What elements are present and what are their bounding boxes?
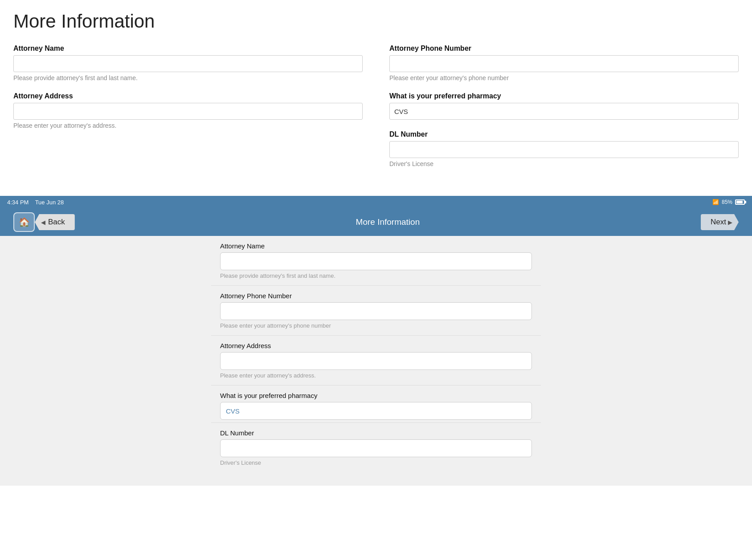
battery-fill <box>736 201 743 203</box>
mobile-attorney-phone-group: Attorney Phone Number Please enter your … <box>211 286 541 336</box>
nav-title: More Information <box>75 217 701 227</box>
mobile-section: 4:34 PM Tue Jun 28 📶 85% 🏠 Back More Inf… <box>0 196 752 486</box>
mobile-dl-number-hint: Driver's License <box>220 459 532 470</box>
next-button[interactable]: Next <box>701 214 739 230</box>
wifi-icon: 📶 <box>712 199 719 205</box>
dl-number-input[interactable] <box>389 141 739 158</box>
dl-number-label: DL Number <box>389 130 739 138</box>
next-label: Next <box>711 218 726 227</box>
mobile-preferred-pharmacy-label: What is your preferred pharmacy <box>220 392 532 399</box>
mobile-attorney-name-label: Attorney Name <box>220 242 532 250</box>
mobile-dl-number-input[interactable] <box>220 439 532 457</box>
battery-icon <box>735 199 745 205</box>
desktop-left-col: Attorney Name Please provide attorney's … <box>13 45 363 178</box>
preferred-pharmacy-group: What is your preferred pharmacy <box>389 92 739 120</box>
back-button[interactable]: Back <box>35 214 75 230</box>
attorney-phone-group: Attorney Phone Number Please enter your … <box>389 45 739 81</box>
status-time-date: 4:34 PM Tue Jun 28 <box>7 199 64 206</box>
mobile-attorney-address-hint: Please enter your attorney's address. <box>220 372 532 382</box>
attorney-name-group: Attorney Name Please provide attorney's … <box>13 45 363 81</box>
mobile-attorney-address-label: Attorney Address <box>220 342 532 349</box>
status-bar: 4:34 PM Tue Jun 28 📶 85% <box>0 196 752 208</box>
mobile-attorney-address-input[interactable] <box>220 352 532 370</box>
desktop-form-grid: Attorney Name Please provide attorney's … <box>13 45 739 178</box>
attorney-address-group: Attorney Address Please enter your attor… <box>13 92 363 129</box>
attorney-name-input[interactable] <box>13 55 363 72</box>
mobile-attorney-name-input[interactable] <box>220 252 532 270</box>
mobile-attorney-phone-input[interactable] <box>220 302 532 320</box>
mobile-attorney-address-group: Attorney Address Please enter your attor… <box>211 336 541 386</box>
status-indicators: 📶 85% <box>712 199 745 205</box>
status-time: 4:34 PM <box>7 199 29 206</box>
attorney-phone-input[interactable] <box>389 55 739 72</box>
nav-bar: 🏠 Back More Information Next <box>0 208 752 236</box>
desktop-section: More Information Attorney Name Please pr… <box>0 0 752 196</box>
status-date: Tue Jun 28 <box>35 199 64 206</box>
desktop-right-col: Attorney Phone Number Please enter your … <box>389 45 739 178</box>
mobile-attorney-phone-label: Attorney Phone Number <box>220 292 532 300</box>
preferred-pharmacy-input[interactable] <box>389 103 739 120</box>
dl-number-hint: Driver's License <box>389 160 739 167</box>
page-title: More Information <box>13 11 739 32</box>
attorney-address-input[interactable] <box>13 103 363 120</box>
mobile-dl-number-label: DL Number <box>220 429 532 437</box>
back-label: Back <box>48 218 65 227</box>
attorney-name-label: Attorney Name <box>13 45 363 53</box>
mobile-dl-number-group: DL Number Driver's License <box>211 423 541 472</box>
attorney-name-hint: Please provide attorney's first and last… <box>13 74 363 81</box>
attorney-phone-hint: Please enter your attorney's phone numbe… <box>389 74 739 81</box>
mobile-attorney-name-hint: Please provide attorney's first and last… <box>220 272 532 283</box>
attorney-phone-label: Attorney Phone Number <box>389 45 739 53</box>
dl-number-group: DL Number Driver's License <box>389 130 739 167</box>
attorney-address-label: Attorney Address <box>13 92 363 100</box>
mobile-form: Attorney Name Please provide attorney's … <box>211 236 541 486</box>
mobile-attorney-name-group: Attorney Name Please provide attorney's … <box>211 236 541 286</box>
home-button[interactable]: 🏠 <box>13 212 35 232</box>
mobile-preferred-pharmacy-group: What is your preferred pharmacy <box>211 386 541 423</box>
battery-percentage: 85% <box>722 199 732 205</box>
attorney-address-hint: Please enter your attorney's address. <box>13 122 363 129</box>
home-icon: 🏠 <box>19 217 30 227</box>
preferred-pharmacy-label: What is your preferred pharmacy <box>389 92 739 100</box>
mobile-attorney-phone-hint: Please enter your attorney's phone numbe… <box>220 322 532 333</box>
mobile-preferred-pharmacy-input[interactable] <box>220 402 532 420</box>
